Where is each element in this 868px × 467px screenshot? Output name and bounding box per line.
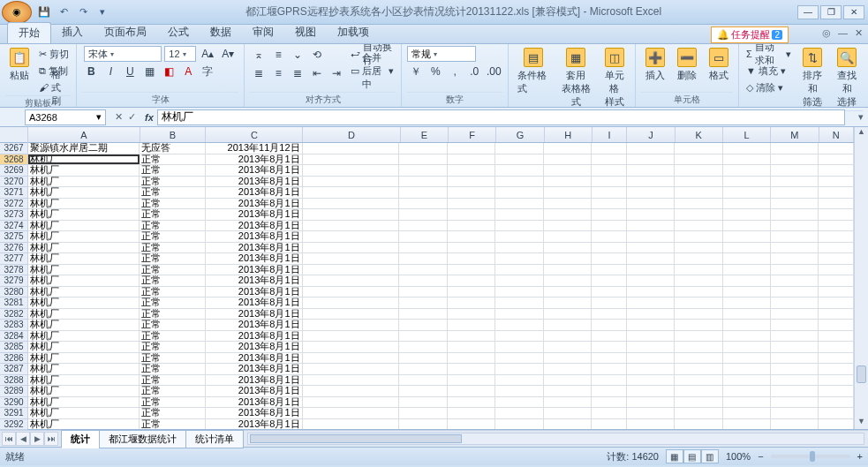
cell[interactable] bbox=[819, 364, 854, 374]
cell[interactable] bbox=[399, 397, 447, 408]
cell[interactable] bbox=[399, 331, 447, 342]
cell[interactable] bbox=[723, 353, 771, 364]
cell[interactable] bbox=[399, 253, 447, 264]
ribbon-tab-数据[interactable]: 数据 bbox=[200, 22, 242, 43]
phonetic-button[interactable]: 字 bbox=[199, 63, 216, 80]
cell[interactable] bbox=[819, 231, 854, 242]
zoom-slider[interactable] bbox=[771, 455, 850, 458]
currency-button[interactable]: ￥ bbox=[407, 63, 425, 80]
cell[interactable] bbox=[819, 298, 854, 308]
cell[interactable] bbox=[723, 265, 771, 275]
cell[interactable] bbox=[495, 243, 543, 253]
cell[interactable]: 正常 bbox=[140, 199, 205, 209]
cell[interactable] bbox=[627, 320, 675, 330]
cell[interactable] bbox=[544, 298, 592, 308]
cell[interactable] bbox=[399, 275, 447, 286]
cell[interactable]: 正常 bbox=[140, 154, 205, 165]
shrink-font-button[interactable]: A▾ bbox=[219, 45, 237, 63]
row-header[interactable]: 3284 bbox=[0, 331, 27, 343]
row-header[interactable]: 3277 bbox=[0, 253, 27, 265]
cell[interactable] bbox=[495, 309, 543, 320]
cell[interactable]: 聚源镇水岸居二期 bbox=[28, 143, 140, 154]
cell[interactable] bbox=[771, 408, 819, 418]
dec-decimal-button[interactable]: .00 bbox=[485, 63, 502, 80]
font-size-combo[interactable]: 12▾ bbox=[164, 46, 196, 62]
cell[interactable] bbox=[723, 364, 771, 374]
cell[interactable] bbox=[544, 265, 592, 275]
cell[interactable] bbox=[544, 221, 592, 231]
cell[interactable]: 正常 bbox=[140, 419, 205, 430]
cell[interactable]: 2013年8月1日 bbox=[206, 221, 303, 231]
cell[interactable]: 林机厂 bbox=[28, 253, 140, 264]
cell[interactable]: 正常 bbox=[140, 253, 205, 264]
cell[interactable] bbox=[303, 165, 400, 176]
row-header[interactable]: 3279 bbox=[0, 275, 27, 287]
cell[interactable] bbox=[771, 231, 819, 242]
cell[interactable] bbox=[675, 165, 722, 176]
cell[interactable] bbox=[592, 320, 627, 330]
cell[interactable]: 林机厂 bbox=[28, 419, 140, 430]
cell[interactable] bbox=[399, 187, 447, 198]
cell[interactable] bbox=[399, 364, 447, 374]
cell[interactable]: 2013年8月1日 bbox=[206, 298, 303, 308]
column-header-N[interactable]: N bbox=[819, 127, 854, 142]
cell[interactable] bbox=[495, 165, 543, 176]
cell[interactable] bbox=[448, 309, 495, 320]
align-middle-button[interactable]: ≡ bbox=[269, 46, 287, 64]
cell[interactable] bbox=[819, 287, 854, 298]
cell[interactable] bbox=[771, 309, 819, 320]
align-top-button[interactable]: ⌅ bbox=[250, 46, 268, 64]
cell[interactable] bbox=[303, 154, 400, 165]
cell[interactable] bbox=[544, 419, 592, 430]
cell[interactable] bbox=[771, 287, 819, 298]
bold-button[interactable]: B bbox=[82, 63, 100, 80]
cell[interactable] bbox=[592, 364, 627, 374]
cell[interactable] bbox=[675, 177, 722, 187]
cell[interactable] bbox=[675, 209, 722, 220]
cell[interactable] bbox=[675, 320, 722, 330]
cell[interactable]: 正常 bbox=[140, 386, 205, 396]
cell[interactable]: 2013年8月1日 bbox=[206, 275, 303, 286]
cell[interactable] bbox=[448, 386, 495, 396]
cell[interactable] bbox=[495, 364, 543, 374]
cell[interactable] bbox=[819, 408, 854, 418]
align-bottom-button[interactable]: ⌄ bbox=[289, 46, 306, 64]
indent-inc-button[interactable]: ⇥ bbox=[328, 64, 345, 82]
cell[interactable] bbox=[303, 209, 400, 220]
redo-icon[interactable]: ↷ bbox=[76, 5, 90, 19]
cell[interactable] bbox=[819, 331, 854, 342]
cell[interactable] bbox=[592, 353, 627, 364]
cell[interactable]: 正常 bbox=[140, 353, 205, 364]
cell[interactable]: 正常 bbox=[140, 187, 205, 198]
cell[interactable] bbox=[723, 243, 771, 253]
row-header[interactable]: 3280 bbox=[0, 287, 27, 298]
zoom-out-button[interactable]: − bbox=[758, 451, 763, 462]
row-header[interactable]: 3271 bbox=[0, 187, 27, 199]
cell[interactable] bbox=[303, 320, 400, 330]
cell[interactable] bbox=[627, 419, 675, 430]
cell[interactable] bbox=[592, 408, 627, 418]
cell[interactable] bbox=[675, 375, 722, 386]
row-header[interactable]: 3270 bbox=[0, 177, 27, 188]
row-header[interactable]: 3282 bbox=[0, 309, 27, 320]
format-as-table-button[interactable]: ▦套用 表格格式 bbox=[556, 46, 595, 110]
cell[interactable] bbox=[771, 419, 819, 430]
cell[interactable] bbox=[448, 408, 495, 418]
row-header[interactable]: 3292 bbox=[0, 419, 27, 431]
cell[interactable]: 正常 bbox=[140, 265, 205, 275]
cell[interactable]: 2013年8月1日 bbox=[206, 353, 303, 364]
cell[interactable] bbox=[303, 199, 400, 209]
cell[interactable]: 2013年8月1日 bbox=[206, 243, 303, 253]
cell[interactable] bbox=[592, 253, 627, 264]
cell[interactable] bbox=[675, 265, 722, 275]
cell[interactable] bbox=[399, 309, 447, 320]
ribbon-minimize-icon[interactable]: — bbox=[838, 27, 848, 39]
close-button[interactable]: ✕ bbox=[843, 5, 864, 19]
cell[interactable] bbox=[544, 309, 592, 320]
font-color-button[interactable]: A bbox=[179, 63, 197, 80]
cell[interactable] bbox=[675, 397, 722, 408]
cell[interactable] bbox=[495, 143, 543, 154]
cell[interactable] bbox=[495, 331, 543, 342]
cell[interactable] bbox=[495, 342, 543, 352]
page-layout-view-button[interactable]: ▤ bbox=[683, 449, 701, 463]
